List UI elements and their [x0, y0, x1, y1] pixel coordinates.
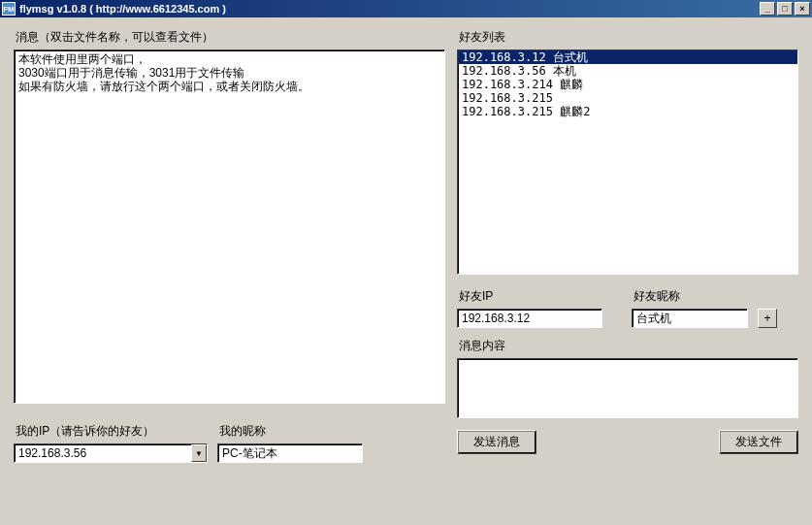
list-item[interactable]: 192.168.3.215 麒麟2 [458, 105, 797, 118]
messages-textarea[interactable]: 本软件使用里两个端口， 3030端口用于消息传输，3031用于文件传输 如果有防… [14, 49, 445, 404]
messages-label: 消息（双击文件名称，可以查看文件） [14, 29, 445, 46]
add-friend-button[interactable]: + [758, 309, 777, 328]
close-button[interactable]: × [795, 2, 810, 16]
my-nick-label: 我的昵称 [217, 423, 363, 440]
maximize-button[interactable]: □ [777, 2, 793, 16]
window-title: flymsg v1.0.8 ( http://www.6612345.com ) [19, 3, 760, 15]
send-message-button[interactable]: 发送消息 [457, 430, 536, 454]
my-nick-input[interactable] [217, 443, 363, 463]
titlebar: FM flymsg v1.0.8 ( http://www.6612345.co… [0, 0, 812, 17]
friends-listbox[interactable]: 192.168.3.12 台式机192.168.3.56 本机192.168.3… [457, 49, 798, 275]
friends-label: 好友列表 [457, 29, 798, 46]
send-file-button[interactable]: 发送文件 [719, 430, 798, 454]
my-ip-combobox[interactable]: 192.168.3.56 ▼ [14, 443, 208, 463]
friend-ip-input[interactable] [457, 309, 602, 328]
msg-content-textarea[interactable] [457, 358, 798, 418]
friend-nick-input[interactable] [632, 309, 748, 328]
list-item[interactable]: 192.168.3.56 本机 [458, 64, 797, 78]
msg-content-label: 消息内容 [457, 338, 798, 354]
friend-ip-label: 好友IP [457, 288, 602, 305]
list-item[interactable]: 192.168.3.12 台式机 [458, 50, 797, 64]
app-icon: FM [2, 2, 16, 16]
list-item[interactable]: 192.168.3.214 麒麟 [458, 78, 797, 91]
chevron-down-icon[interactable]: ▼ [191, 444, 207, 462]
friend-nick-label: 好友昵称 [632, 288, 748, 305]
my-ip-value: 192.168.3.56 [15, 444, 191, 462]
minimize-button[interactable]: _ [760, 2, 775, 16]
my-ip-label: 我的IP（请告诉你的好友） [14, 423, 208, 440]
list-item[interactable]: 192.168.3.215 [458, 91, 797, 105]
